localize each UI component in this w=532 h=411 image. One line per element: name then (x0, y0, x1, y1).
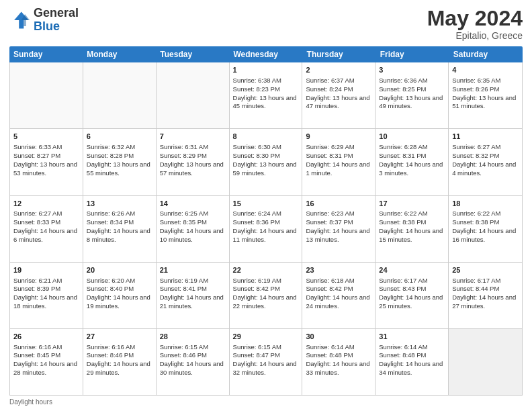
logo-blue: Blue (34, 20, 79, 34)
calendar-cell: 28Sunrise: 6:15 AMSunset: 8:46 PMDayligh… (157, 329, 230, 395)
sunrise-text: Sunrise: 6:35 AM (452, 77, 519, 85)
day-number: 11 (452, 132, 519, 142)
calendar-cell: 3Sunrise: 6:36 AMSunset: 8:25 PMDaylight… (375, 62, 449, 128)
sunrise-text: Sunrise: 6:16 AM (13, 343, 79, 352)
page: General Blue May 2024 Epitalio, Greece S… (0, 0, 532, 411)
sunset-text: Sunset: 8:28 PM (87, 152, 152, 161)
sunrise-text: Sunrise: 6:15 AM (233, 343, 299, 352)
daylight-text: Daylight: 13 hours and 47 minutes. (306, 94, 371, 111)
calendar-cell: 25Sunrise: 6:17 AMSunset: 8:44 PMDayligh… (449, 263, 522, 328)
calendar-row-2: 5Sunrise: 6:33 AMSunset: 8:27 PMDaylight… (10, 129, 522, 195)
day-header-monday: Monday (83, 46, 156, 62)
month-title: May 2024 (427, 7, 523, 30)
sunrise-text: Sunrise: 6:19 AM (160, 277, 226, 285)
day-number: 14 (160, 199, 226, 209)
sunrise-text: Sunrise: 6:16 AM (87, 343, 152, 352)
calendar-cell: 4Sunrise: 6:35 AMSunset: 8:26 PMDaylight… (449, 62, 522, 128)
day-number: 3 (379, 65, 445, 75)
day-number: 9 (306, 132, 371, 142)
sunrise-text: Sunrise: 6:24 AM (233, 210, 299, 218)
logo-general: General (34, 7, 79, 20)
sunrise-text: Sunrise: 6:28 AM (379, 143, 445, 152)
calendar-cell: 27Sunrise: 6:16 AMSunset: 8:46 PMDayligh… (83, 329, 157, 395)
sunset-text: Sunset: 8:41 PM (160, 285, 226, 293)
daylight-text: Daylight: 13 hours and 51 minutes. (452, 94, 519, 111)
sunset-text: Sunset: 8:38 PM (452, 218, 519, 227)
day-number: 24 (379, 265, 445, 275)
sunrise-text: Sunrise: 6:23 AM (306, 210, 371, 218)
day-number: 5 (13, 132, 79, 142)
calendar-cell: 9Sunrise: 6:29 AMSunset: 8:31 PMDaylight… (302, 129, 375, 195)
sunset-text: Sunset: 8:31 PM (379, 152, 445, 161)
daylight-text: Daylight: 14 hours and 19 minutes. (87, 293, 152, 311)
sunset-text: Sunset: 8:29 PM (160, 152, 226, 161)
sunrise-text: Sunrise: 6:17 AM (452, 277, 519, 285)
day-number: 1 (233, 65, 299, 75)
calendar-cell: 21Sunrise: 6:19 AMSunset: 8:41 PMDayligh… (157, 263, 230, 328)
calendar-cell: 22Sunrise: 6:19 AMSunset: 8:42 PMDayligh… (230, 263, 303, 328)
daylight-text: Daylight: 14 hours and 33 minutes. (306, 360, 371, 377)
daylight-text: Daylight: 13 hours and 53 minutes. (13, 161, 79, 178)
sunrise-text: Sunrise: 6:14 AM (306, 343, 371, 352)
sunset-text: Sunset: 8:46 PM (160, 351, 226, 360)
daylight-text: Daylight: 13 hours and 59 minutes. (233, 161, 299, 178)
calendar-cell: 31Sunrise: 6:14 AMSunset: 8:48 PMDayligh… (375, 329, 449, 395)
daylight-text: Daylight: 14 hours and 11 minutes. (233, 227, 299, 244)
sunrise-text: Sunrise: 6:32 AM (87, 143, 152, 152)
calendar: SundayMondayTuesdayWednesdayThursdayFrid… (9, 46, 523, 396)
daylight-text: Daylight: 13 hours and 49 minutes. (379, 94, 445, 111)
calendar-cell: 1Sunrise: 6:38 AMSunset: 8:23 PMDaylight… (230, 62, 303, 128)
day-number: 2 (306, 65, 371, 75)
day-number: 19 (13, 265, 79, 275)
daylight-text: Daylight: 14 hours and 10 minutes. (160, 227, 226, 244)
day-number: 25 (452, 265, 519, 275)
calendar-cell: 13Sunrise: 6:26 AMSunset: 8:34 PMDayligh… (83, 196, 157, 262)
sunrise-text: Sunrise: 6:33 AM (13, 143, 79, 152)
sunset-text: Sunset: 8:37 PM (306, 218, 371, 227)
day-header-friday: Friday (376, 46, 449, 62)
sunset-text: Sunset: 8:34 PM (87, 218, 152, 227)
sunset-text: Sunset: 8:42 PM (306, 285, 371, 293)
day-number: 4 (452, 65, 519, 75)
day-header-thursday: Thursday (303, 46, 376, 62)
calendar-row-5: 26Sunrise: 6:16 AMSunset: 8:45 PMDayligh… (10, 329, 522, 395)
day-number: 16 (306, 199, 371, 209)
sunrise-text: Sunrise: 6:38 AM (233, 77, 299, 85)
day-number: 23 (306, 265, 371, 275)
daylight-text: Daylight: 14 hours and 34 minutes. (379, 360, 445, 377)
calendar-cell: 26Sunrise: 6:16 AMSunset: 8:45 PMDayligh… (10, 329, 83, 395)
calendar-header: SundayMondayTuesdayWednesdayThursdayFrid… (9, 46, 523, 62)
calendar-cell: 11Sunrise: 6:27 AMSunset: 8:32 PMDayligh… (449, 129, 522, 195)
daylight-text: Daylight: 13 hours and 55 minutes. (87, 161, 152, 178)
sunrise-text: Sunrise: 6:21 AM (13, 277, 79, 285)
sunrise-text: Sunrise: 6:14 AM (379, 343, 445, 352)
sunrise-text: Sunrise: 6:25 AM (160, 210, 226, 218)
daylight-text: Daylight: 14 hours and 15 minutes. (379, 227, 445, 244)
sunset-text: Sunset: 8:27 PM (13, 152, 79, 161)
sunset-text: Sunset: 8:39 PM (13, 285, 79, 293)
daylight-text: Daylight: 14 hours and 4 minutes. (452, 161, 519, 178)
daylight-text: Daylight: 14 hours and 6 minutes. (13, 227, 79, 244)
daylight-text: Daylight: 13 hours and 57 minutes. (160, 161, 226, 178)
calendar-cell: 8Sunrise: 6:30 AMSunset: 8:30 PMDaylight… (230, 129, 303, 195)
daylight-text: Daylight: 14 hours and 8 minutes. (87, 227, 152, 244)
day-number: 26 (13, 332, 79, 342)
sunrise-text: Sunrise: 6:22 AM (452, 210, 519, 218)
daylight-text: Daylight: 14 hours and 27 minutes. (452, 293, 519, 311)
calendar-cell: 6Sunrise: 6:32 AMSunset: 8:28 PMDaylight… (83, 129, 157, 195)
daylight-text: Daylight: 14 hours and 21 minutes. (160, 293, 226, 311)
daylight-text: Daylight: 14 hours and 3 minutes. (379, 161, 445, 178)
daylight-text: Daylight: 14 hours and 1 minute. (306, 161, 371, 178)
daylight-text: Daylight: 14 hours and 30 minutes. (160, 360, 226, 377)
sunrise-text: Sunrise: 6:15 AM (160, 343, 226, 352)
calendar-cell (10, 62, 83, 128)
day-number: 29 (233, 332, 299, 342)
daylight-text: Daylight: 14 hours and 32 minutes. (233, 360, 299, 377)
calendar-row-3: 12Sunrise: 6:27 AMSunset: 8:33 PMDayligh… (10, 196, 522, 263)
calendar-cell: 12Sunrise: 6:27 AMSunset: 8:33 PMDayligh… (10, 196, 83, 262)
day-number: 18 (452, 199, 519, 209)
sunrise-text: Sunrise: 6:20 AM (87, 277, 152, 285)
calendar-cell: 15Sunrise: 6:24 AMSunset: 8:36 PMDayligh… (230, 196, 303, 262)
sunset-text: Sunset: 8:48 PM (306, 351, 371, 360)
calendar-cell: 20Sunrise: 6:20 AMSunset: 8:40 PMDayligh… (83, 263, 157, 328)
